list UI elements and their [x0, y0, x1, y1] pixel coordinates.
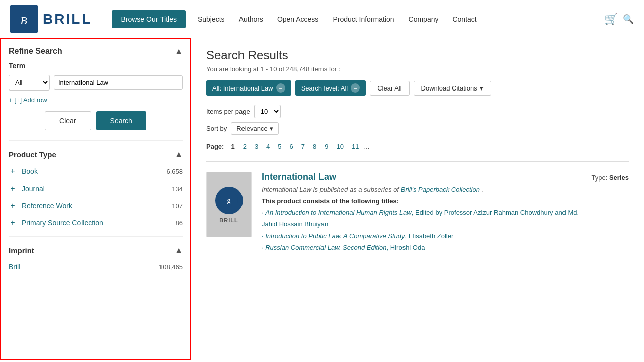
result-list: · An Introduction to International Human… [262, 207, 582, 254]
refine-search-collapse-icon[interactable]: ▲ [175, 47, 183, 56]
term-input[interactable] [54, 75, 183, 90]
product-type-header: Product Type ▲ [9, 146, 183, 163]
sidebar: Refine Search ▲ Term All Title Author Su… [0, 38, 191, 360]
result-type: Type: Series [592, 172, 629, 254]
plus-icon-reference[interactable]: + [9, 201, 17, 210]
filter-count-reference: 107 [172, 202, 183, 210]
divider-2 [9, 236, 183, 237]
filter-label-brill[interactable]: Brill [9, 263, 20, 271]
svg-text:g: g [227, 197, 231, 204]
imprint-header: Imprint ▲ [9, 242, 183, 259]
sort-by-label: Sort by [206, 125, 227, 132]
active-filters: All: International Law – Search level: A… [206, 80, 629, 96]
filter-label-journal[interactable]: Journal [22, 185, 45, 193]
result-title-italic: International Law [262, 186, 311, 193]
result-list-link-2[interactable]: · Introduction to Public Law. A Comparat… [262, 232, 405, 240]
items-per-page: Items per page 10 25 50 [206, 105, 281, 118]
filter-tag-search-level-remove[interactable]: – [351, 83, 360, 93]
brill-logo-icon: B [10, 5, 38, 33]
result-title[interactable]: International Law [262, 172, 582, 183]
result-list-text-3: , Hiroshi Oda [387, 244, 425, 251]
download-citations-label: Download Citations [421, 84, 477, 92]
result-desc-link[interactable]: Brill's Paperback Collection [401, 186, 480, 193]
result-item: g BRILL International Law International … [206, 172, 629, 254]
items-per-page-select[interactable]: 10 25 50 [254, 105, 281, 118]
filter-count-brill: 108,465 [159, 263, 183, 271]
result-list-item-1: · An Introduction to International Human… [262, 207, 582, 230]
term-select[interactable]: All Title Author Subject [9, 75, 50, 90]
result-cover-inner: g BRILL [207, 172, 251, 237]
plus-icon-primary-source[interactable]: + [9, 218, 17, 227]
page-6[interactable]: 6 [287, 142, 296, 151]
plus-icon-journal[interactable]: + [9, 184, 17, 193]
result-cover: g BRILL [206, 172, 252, 237]
filter-item-journal: + Journal 134 [9, 180, 183, 197]
imprint-section: Imprint ▲ Brill 108,465 [9, 242, 183, 275]
result-description: International Law is published as a subs… [262, 186, 582, 193]
filter-item-book: + Book 6,658 [9, 163, 183, 180]
page-8[interactable]: 8 [310, 142, 319, 151]
search-icon[interactable]: 🔍 [623, 14, 634, 25]
logo-text: BRILL [43, 11, 92, 27]
page-7[interactable]: 7 [298, 142, 308, 151]
nav-authors[interactable]: Authors [237, 11, 265, 27]
results-count: You are looking at 1 - 10 of 248,748 ite… [206, 65, 629, 73]
filter-tag-intl-law-label: All: International Law [212, 84, 273, 92]
page-11[interactable]: 11 [349, 142, 362, 151]
result-list-link-3[interactable]: · Russian Commercial Law. Second Edition [262, 244, 387, 251]
nav-contact[interactable]: Contact [450, 11, 478, 27]
result-list-text-2: , Elisabeth Zoller [405, 232, 453, 240]
result-type-label: Type: [592, 174, 608, 182]
filter-item-brill: Brill 108,465 [9, 259, 183, 275]
page-3[interactable]: 3 [252, 142, 261, 151]
page-label: Page: [206, 143, 224, 150]
result-info: International Law International Law is p… [262, 172, 582, 254]
result-list-link-1[interactable]: · An Introduction to International Human… [262, 209, 412, 216]
download-citations-button[interactable]: Download Citations ▾ [414, 81, 491, 96]
page-1: 1 [228, 142, 237, 151]
cart-icon[interactable]: 🛒 [604, 13, 618, 26]
nav-browse-titles[interactable]: Browse Our Titles [112, 10, 185, 28]
filter-item-primary-source: + Primary Source Collection 86 [9, 214, 183, 231]
nav-open-access[interactable]: Open Access [275, 11, 321, 27]
filter-label-reference[interactable]: Reference Work [22, 202, 72, 210]
product-type-collapse-icon[interactable]: ▲ [175, 150, 183, 159]
result-desc-post: . [482, 186, 484, 193]
main-layout: Refine Search ▲ Term All Title Author Su… [0, 38, 644, 360]
result-list-item-3: · Russian Commercial Law. Second Edition… [262, 242, 582, 253]
page-5[interactable]: 5 [275, 142, 284, 151]
search-button[interactable]: Search [96, 111, 146, 130]
nav-company[interactable]: Company [407, 11, 441, 27]
clear-all-button[interactable]: Clear All [370, 81, 409, 96]
nav-product-info[interactable]: Product Information [331, 11, 396, 27]
page-10[interactable]: 10 [334, 142, 347, 151]
sort-by-chevron-icon: ▾ [270, 125, 273, 132]
sort-by-select[interactable]: Relevance ▾ [231, 122, 278, 135]
product-type-section: Product Type ▲ + Book 6,658 + Journal 13… [9, 146, 183, 231]
download-citations-chevron-icon: ▾ [480, 84, 484, 92]
svg-text:B: B [20, 14, 27, 27]
cover-circle: g [215, 187, 243, 214]
results-divider [206, 161, 629, 162]
add-row-link[interactable]: + [+] Add row [9, 96, 47, 104]
clear-button[interactable]: Clear [45, 111, 91, 130]
filter-tag-search-level[interactable]: Search level: All – [295, 80, 366, 96]
plus-icon-book[interactable]: + [9, 167, 17, 176]
items-per-page-label: Items per page [206, 108, 250, 115]
refine-search-header: Refine Search ▲ [9, 47, 183, 56]
nav-subjects[interactable]: Subjects [196, 11, 227, 27]
filter-count-primary-source: 86 [176, 219, 183, 227]
page-4[interactable]: 4 [263, 142, 273, 151]
pagination: Page: 1 2 3 4 5 6 7 8 9 10 11 ... [206, 142, 629, 151]
filter-count-journal: 134 [172, 185, 183, 193]
filter-tag-intl-law-remove[interactable]: – [276, 83, 285, 93]
filter-label-book[interactable]: Book [22, 167, 38, 175]
button-row: Clear Search [9, 111, 183, 130]
filter-count-book: 6,658 [166, 168, 183, 175]
filter-tag-intl-law[interactable]: All: International Law – [206, 80, 291, 96]
page-2[interactable]: 2 [240, 142, 250, 151]
imprint-collapse-icon[interactable]: ▲ [175, 246, 183, 255]
search-results-title: Search Results [206, 48, 629, 62]
filter-label-primary-source[interactable]: Primary Source Collection [22, 219, 103, 227]
page-9[interactable]: 9 [321, 142, 331, 151]
